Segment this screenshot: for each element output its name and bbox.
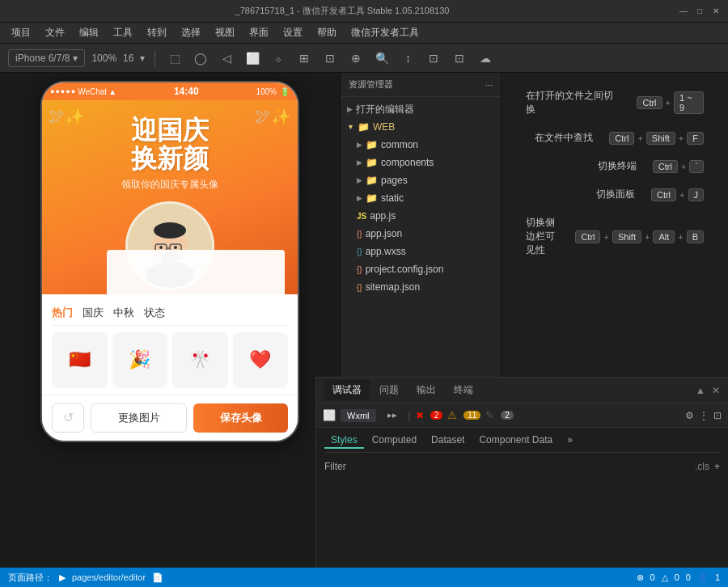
upload-button[interactable]: ⬜ bbox=[243, 49, 262, 68]
file-tree-title: 资源管理器 bbox=[349, 78, 393, 91]
grid-icon-1[interactable]: 🇨🇳 bbox=[52, 332, 108, 388]
tree-app-json[interactable]: {} app.json bbox=[341, 225, 501, 243]
error-icon: ✖ bbox=[416, 410, 424, 421]
folder-icon: 📁 bbox=[366, 139, 378, 150]
key-plus: + bbox=[637, 133, 642, 143]
device-selector[interactable]: iPhone 6/7/8 ▾ bbox=[8, 49, 85, 67]
tag-national[interactable]: 国庆 bbox=[83, 306, 104, 320]
debugger-subbar: ⬜ Wxml ▸▸ | ✖ 2 ⚠ 11 ✎ 2 ⚙ ⋮ ⊡ bbox=[316, 403, 728, 428]
tree-common[interactable]: ▶ 📁 common bbox=[341, 136, 501, 154]
subbar-wxml[interactable]: Wxml bbox=[341, 409, 376, 422]
panel-up-button[interactable]: ▲ bbox=[696, 385, 705, 396]
tools-button[interactable]: ⊕ bbox=[346, 49, 366, 68]
status-bar: 页面路径： ▶ pages/editor/editor 📄 ⊗ 0 △ 0 0 … bbox=[0, 568, 728, 587]
menu-goto[interactable]: 转到 bbox=[141, 24, 173, 41]
tag-status[interactable]: 状态 bbox=[144, 306, 165, 320]
tree-sitemap[interactable]: {} sitemap.json bbox=[341, 278, 501, 296]
preview-button[interactable]: ◯ bbox=[191, 49, 210, 68]
style-tab-component-data[interactable]: Component Data bbox=[472, 433, 559, 449]
tag-hot[interactable]: 热门 bbox=[52, 306, 73, 320]
shortcut-keys-5: Ctrl + Shift + Alt + B bbox=[575, 230, 704, 243]
phone-preview-area: ●●●●● WeChat ▲ 14:40 100% 🔋 🕊✨ 🕊✨ 迎国庆 换新… bbox=[0, 73, 340, 568]
filter-cls-label: .cls bbox=[695, 461, 709, 472]
save-avatar-button[interactable]: 保存头像 bbox=[193, 403, 288, 433]
file-tree-more-icon[interactable]: ··· bbox=[485, 80, 493, 90]
inspect-button[interactable]: ↕ bbox=[398, 49, 417, 68]
panel-close-button[interactable]: ✕ bbox=[712, 385, 720, 396]
wxss-file-icon: {} bbox=[357, 247, 362, 256]
shortcut-label-5: 切换侧边栏可见性 bbox=[526, 216, 559, 257]
qr-button[interactable]: ⊞ bbox=[294, 49, 314, 68]
cloud-button[interactable]: ☁ bbox=[476, 49, 495, 68]
tree-web-folder[interactable]: ▼ 📁 WEB bbox=[341, 118, 501, 136]
refresh-button[interactable]: ↺ bbox=[52, 403, 84, 433]
menu-project[interactable]: 项目 bbox=[5, 24, 37, 41]
warn-badge: 11 bbox=[463, 411, 480, 420]
debugger-tab-terminal[interactable]: 终端 bbox=[446, 380, 481, 400]
maximize-button[interactable]: □ bbox=[694, 6, 705, 17]
menu-select[interactable]: 选择 bbox=[175, 24, 207, 41]
app-js-label: app.js bbox=[370, 210, 396, 222]
search-button[interactable]: 🔍 bbox=[372, 49, 392, 68]
signal-dots: ●●●●● bbox=[50, 87, 76, 95]
style-tab-dataset[interactable]: Dataset bbox=[425, 433, 471, 449]
phone-button[interactable]: ⊡ bbox=[320, 49, 340, 68]
dots-button[interactable]: ⊡ bbox=[450, 49, 469, 68]
filter-plus-button[interactable]: + bbox=[714, 461, 720, 472]
style-tab-styles[interactable]: Styles bbox=[324, 433, 364, 449]
menu-file[interactable]: 文件 bbox=[39, 24, 71, 41]
tree-project-config[interactable]: {} project.config.json bbox=[341, 260, 501, 278]
menu-wechat-dev[interactable]: 微信开发者工具 bbox=[345, 24, 425, 41]
menu-settings[interactable]: 设置 bbox=[277, 24, 309, 41]
tree-static[interactable]: ▶ 📁 static bbox=[341, 189, 501, 207]
grid-icon-4[interactable]: ❤️ bbox=[233, 332, 289, 388]
components-label: components bbox=[381, 157, 434, 168]
menu-interface[interactable]: 界面 bbox=[243, 24, 275, 41]
debugger-tabs: 调试器 问题 输出 终端 bbox=[324, 380, 481, 400]
file-doc-icon: 📄 bbox=[152, 572, 163, 583]
save-avatar-label: 保存头像 bbox=[220, 411, 262, 425]
grid-icon-2[interactable]: 🎉 bbox=[112, 332, 168, 388]
style-tab-computed[interactable]: Computed bbox=[366, 433, 423, 449]
json-file-icon: {} bbox=[357, 230, 362, 239]
grid-icon-3[interactable]: 🎌 bbox=[172, 332, 228, 388]
subbar-more[interactable]: ▸▸ bbox=[381, 408, 404, 422]
debugger-tab-issues[interactable]: 问题 bbox=[371, 380, 407, 400]
tree-app-wxss[interactable]: {} app.wxss bbox=[341, 243, 501, 260]
style-tab-more[interactable]: » bbox=[561, 433, 579, 449]
web-folder-label: WEB bbox=[373, 121, 395, 133]
tag-mid-autumn[interactable]: 中秋 bbox=[113, 306, 134, 320]
change-image-button[interactable]: 更换图片 bbox=[91, 403, 187, 433]
device-label: iPhone 6/7/8 bbox=[15, 53, 70, 64]
key-ctrl: Ctrl bbox=[609, 132, 634, 145]
tree-open-editors[interactable]: ▶ 打开的编辑器 bbox=[341, 100, 501, 118]
tree-app-js[interactable]: JS app.js bbox=[341, 207, 501, 225]
menu-tool[interactable]: 工具 bbox=[107, 24, 139, 41]
time-label: 14:40 bbox=[174, 86, 199, 97]
minimize-button[interactable]: — bbox=[678, 6, 689, 17]
tree-components[interactable]: ▶ 📁 components bbox=[341, 154, 501, 171]
panel-icon[interactable]: ⊡ bbox=[713, 410, 722, 421]
more-button[interactable]: ⊡ bbox=[424, 49, 443, 68]
gear-icon[interactable]: ⚙ bbox=[685, 410, 694, 421]
debugger-tab-output[interactable]: 输出 bbox=[408, 380, 444, 400]
close-button[interactable]: ✕ bbox=[710, 6, 722, 17]
shortcut-keys-1: Ctrl + 1 ~ 9 bbox=[637, 91, 704, 114]
menu-edit[interactable]: 编辑 bbox=[73, 24, 105, 41]
key-b: B bbox=[687, 230, 704, 243]
compile-button[interactable]: ⬚ bbox=[165, 49, 184, 68]
phone-status-bar: ●●●●● WeChat ▲ 14:40 100% 🔋 bbox=[42, 82, 298, 100]
menu-view[interactable]: 视图 bbox=[209, 24, 241, 41]
styles-tabs: Styles Computed Dataset Component Data » bbox=[324, 433, 720, 453]
menu-help[interactable]: 帮助 bbox=[311, 24, 343, 41]
debug-button[interactable]: ◁ bbox=[217, 49, 236, 68]
more-dots-icon[interactable]: ⋮ bbox=[699, 410, 709, 421]
shortcut-label-4: 切换面板 bbox=[596, 188, 635, 201]
chevron-icon: ▾ bbox=[140, 53, 145, 64]
json-file-icon: {} bbox=[357, 283, 362, 292]
tree-pages[interactable]: ▶ 📁 pages bbox=[341, 171, 501, 189]
debugger-tab-debugger[interactable]: 调试器 bbox=[324, 380, 370, 400]
build-button[interactable]: ⬦ bbox=[269, 49, 288, 68]
error-badge: 2 bbox=[430, 411, 443, 420]
cursor-icon: ⬜ bbox=[323, 409, 336, 421]
